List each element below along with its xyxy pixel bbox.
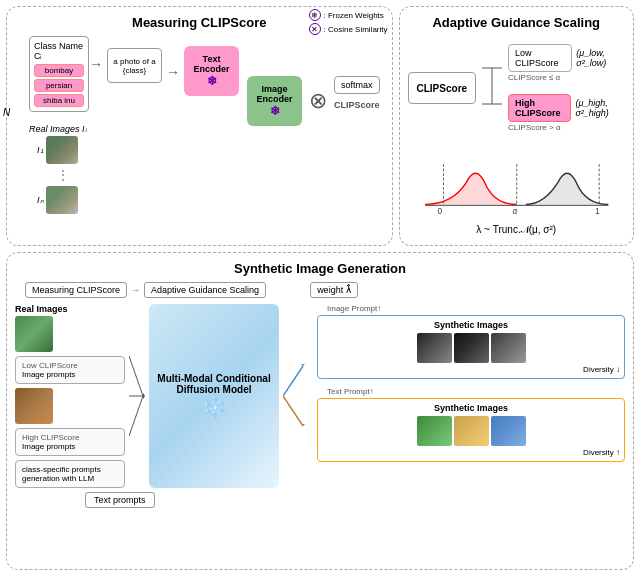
text-prompt-label: Text Prompt↑ — [327, 387, 625, 396]
adaptive-panel: Adaptive Guidance Scaling CLIPScore — [399, 6, 634, 246]
real-img-2 — [15, 388, 53, 424]
clipscore-input-col: CLIPScore — [408, 56, 477, 104]
dog-output-box: Synthetic Images Diversity ↑ — [317, 398, 625, 462]
adaptive-flow: CLIPScore — [408, 36, 625, 152]
real-img-row — [15, 316, 125, 352]
cat-image-1 — [46, 136, 78, 164]
real-images-section: Real Images Iᵢ I₁ ⋮ Iₙ — [29, 124, 89, 214]
input-arrows — [129, 304, 145, 488]
svg-line-14 — [129, 396, 143, 436]
real-img-1 — [15, 316, 53, 352]
diversity-up-label: Diversity ↑ — [322, 448, 620, 457]
branch-svg-col — [482, 56, 502, 116]
image-prompt-label: Image Prompt↑ — [327, 304, 625, 313]
synthetic-title: Synthetic Image Generation — [15, 261, 625, 276]
low-clipscore-box: Low CLIPScore — [508, 44, 572, 72]
cosine-label: : Cosine Similarity — [324, 25, 388, 34]
clipscore-content: N Class Name Cᵢ bombay persian shiba inu — [15, 36, 384, 236]
real-img-2-row — [15, 388, 125, 424]
diffusion-title: Multi-Modal Conditional — [157, 373, 270, 384]
clipscore-input-box: CLIPScore — [408, 72, 477, 104]
dog-out-2 — [454, 416, 489, 446]
low-mu-sigma: (μ_low, σ²_low) — [576, 48, 625, 68]
text-encoder-col: Text Encoder ❄ — [180, 36, 243, 96]
right-output-col: Image Prompt↑ Synthetic Images Diversity… — [317, 304, 625, 488]
svg-marker-15 — [143, 393, 145, 399]
measuring-step: Measuring CLIPScore — [25, 282, 127, 298]
dots: ⋮ — [37, 167, 89, 183]
real-images-group: Real Images — [15, 304, 125, 352]
right-side: Image Encoder ❄ ⊗ softmax CLIPScore — [243, 36, 384, 126]
frozen-label: : Frozen Weights — [324, 11, 384, 20]
img-encoder-col: Image Encoder ❄ — [243, 76, 306, 126]
bottom-main-row: Real Images Low CLIPScore Image prompts — [15, 304, 625, 488]
clipscore-output-label: CLIPScore — [334, 100, 380, 110]
svg-marker-18 — [301, 364, 305, 366]
dog-images — [322, 416, 620, 446]
chart-container: 0 α 1 λ ~ Trunc.𝒩(μ, σ²) — [416, 152, 617, 236]
class-items: bombay persian shiba inu — [34, 64, 84, 107]
weight-box: weight λ̂ — [310, 282, 358, 298]
class-label: Class Name Cᵢ — [34, 41, 84, 61]
text-prompts-footer: Text prompts — [15, 492, 625, 508]
adaptive-step: Adaptive Guidance Scaling — [144, 282, 266, 298]
svg-text:0: 0 — [437, 207, 442, 216]
text-prompts-box: Text prompts — [85, 492, 155, 508]
adaptive-title: Adaptive Guidance Scaling — [408, 15, 625, 30]
high-clipscore-box: High CLIPScore — [508, 94, 571, 122]
frozen-legend: ❄ : Frozen Weights — [309, 9, 388, 21]
cat-out-1 — [417, 333, 452, 363]
img-label-n: Iₙ — [37, 195, 44, 205]
real-img-label: Real Images — [15, 304, 125, 314]
high-prompt-box: High CLIPScore Image prompts — [15, 428, 125, 456]
top-row: Measuring CLIPScore ❄ : Frozen Weights ✕… — [6, 6, 634, 246]
text-encoder-label: Text Encoder — [190, 54, 233, 74]
left-col: N Class Name Cᵢ bombay persian shiba inu — [15, 36, 89, 214]
cat-output-box: Synthetic Images Diversity ↓ — [317, 315, 625, 379]
softmax-col: softmax CLIPScore — [334, 76, 380, 110]
image-encoder-box: Image Encoder ❄ — [247, 76, 302, 126]
real-img-row-n: Iₙ — [37, 186, 89, 214]
bottom-output-section: Text Prompt↑ Synthetic Images Diversity … — [317, 387, 625, 462]
photo-col: a photo of a {class} — [103, 36, 166, 83]
legend: ❄ : Frozen Weights ✕ : Cosine Similarity — [309, 9, 388, 37]
dog-out-1 — [417, 416, 452, 446]
n-label: N — [3, 107, 10, 118]
class-item-bombay: bombay — [34, 64, 84, 77]
frozen-snowflake: ❄ — [207, 74, 217, 88]
img-label-1: I₁ — [37, 145, 44, 155]
softmax-box: softmax — [334, 76, 380, 94]
synthetic-title-1: Synthetic Images — [322, 320, 620, 330]
low-row: Low CLIPScore (μ_low, σ²_low) — [508, 44, 625, 72]
output-arrows — [283, 304, 313, 488]
high-condition: CLIPScore > α — [508, 123, 625, 132]
diffusion-model-box: Multi-Modal Conditional Diffusion Model … — [149, 304, 279, 488]
output-arrows-svg — [283, 331, 313, 461]
llm-box: class-specific prompts generation with L… — [15, 460, 125, 488]
branch-svg — [482, 56, 502, 116]
image-encoder-label: Image Encoder — [253, 84, 296, 104]
high-mu-sigma: (μ_high, σ²_high) — [575, 98, 625, 118]
synthetic-panel: Synthetic Image Generation Measuring CLI… — [6, 252, 634, 570]
frozen-icon: ❄ — [309, 9, 321, 21]
svg-line-17 — [283, 396, 303, 426]
flow-header: Measuring CLIPScore → Adaptive Guidance … — [15, 282, 625, 298]
real-image-list: I₁ ⋮ Iₙ — [29, 136, 89, 214]
arrow-2: → — [166, 36, 180, 80]
class-name-box: Class Name Cᵢ bombay persian shiba inu — [29, 36, 89, 112]
low-condition: CLIPScore ≤ α — [508, 73, 625, 82]
photo-text: a photo of a {class} — [112, 57, 157, 75]
diffusion-title-2: Diffusion Model — [177, 384, 252, 395]
text-encoder-box: Text Encoder ❄ — [184, 46, 239, 96]
diversity-down-label: Diversity ↓ — [322, 365, 620, 374]
svg-line-12 — [129, 356, 143, 396]
cat-image-n — [46, 186, 78, 214]
cosine-legend: ✕ : Cosine Similarity — [309, 23, 388, 35]
real-img-row-1: I₁ — [37, 136, 89, 164]
high-row: High CLIPScore (μ_high, σ²_high) — [508, 94, 625, 122]
diffusion-snowflake: ❄️ — [202, 395, 227, 419]
adaptive-content: CLIPScore — [408, 36, 625, 236]
class-item-shiba: shiba inu — [34, 94, 84, 107]
arrow-1: → — [89, 36, 103, 72]
main-container: Measuring CLIPScore ❄ : Frozen Weights ✕… — [0, 0, 640, 576]
